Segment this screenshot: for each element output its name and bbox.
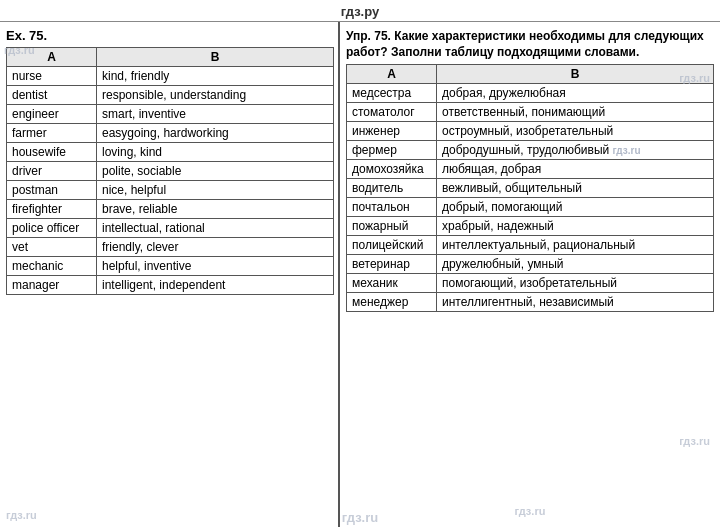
- right-watermark2: гдз.ru: [679, 435, 710, 447]
- right-table-row: ветеринардружелюбный, умный: [347, 255, 714, 274]
- right-watermark3: гдз.ru: [515, 505, 546, 517]
- right-table-row: фермердобродушный, трудолюбивый гдз.ru: [347, 141, 714, 160]
- left-table-row: farmereasygoing, hardworking: [7, 124, 334, 143]
- left-cell-a: manager: [7, 276, 97, 295]
- left-cell-a: firefighter: [7, 200, 97, 219]
- right-table-row: пожарныйхрабрый, надежный: [347, 217, 714, 236]
- right-cell-a: водитель: [347, 179, 437, 198]
- left-table-row: mechanichelpful, inventive: [7, 257, 334, 276]
- left-cell-b: smart, inventive: [97, 105, 334, 124]
- right-cell-b: ответственный, понимающий: [437, 103, 714, 122]
- right-panel: Упр. 75. Какие характеристики необходимы…: [340, 22, 720, 527]
- right-table-row: менеджеринтеллигентный, независимый: [347, 293, 714, 312]
- left-table-row: firefighterbrave, reliable: [7, 200, 334, 219]
- left-cell-b: polite, sociable: [97, 162, 334, 181]
- right-table-row: медсестрадобрая, дружелюбная: [347, 84, 714, 103]
- left-watermark: гдз.ru: [4, 44, 35, 56]
- right-cell-a: механик: [347, 274, 437, 293]
- left-cell-b: brave, reliable: [97, 200, 334, 219]
- right-cell-b: вежливый, общительный: [437, 179, 714, 198]
- left-cell-a: vet: [7, 238, 97, 257]
- left-cell-b: loving, kind: [97, 143, 334, 162]
- left-cell-b: kind, friendly: [97, 67, 334, 86]
- right-cell-b: интеллектуальный, рациональный: [437, 236, 714, 255]
- right-cell-b: интеллигентный, независимый: [437, 293, 714, 312]
- right-cell-a: медсестра: [347, 84, 437, 103]
- right-table-row: домохозяйкалюбящая, добрая: [347, 160, 714, 179]
- right-table-row: инженеростроумный, изобретательный: [347, 122, 714, 141]
- right-cell-b: любящая, добрая: [437, 160, 714, 179]
- left-table-row: dentistresponsible, understanding: [7, 86, 334, 105]
- left-cell-b: intellectual, rational: [97, 219, 334, 238]
- left-cell-b: responsible, understanding: [97, 86, 334, 105]
- left-cell-b: helpful, inventive: [97, 257, 334, 276]
- left-cell-a: postman: [7, 181, 97, 200]
- exercise-title: Ex. 75.: [6, 28, 334, 43]
- right-watermark1: гдз.ru: [679, 72, 710, 84]
- right-table-row: механикпомогающий, изобретательный: [347, 274, 714, 293]
- right-cell-b: помогающий, изобретательный: [437, 274, 714, 293]
- right-cell-b: добродушный, трудолюбивый гдз.ru: [437, 141, 714, 160]
- left-cell-a: driver: [7, 162, 97, 181]
- right-table: А В медсестрадобрая, дружелюбнаястоматол…: [346, 64, 714, 312]
- left-table-row: engineersmart, inventive: [7, 105, 334, 124]
- left-table-row: housewifeloving, kind: [7, 143, 334, 162]
- right-cell-a: полицейский: [347, 236, 437, 255]
- page-header: гдз.ру: [0, 0, 720, 22]
- right-table-row: почтальондобрый, помогающий: [347, 198, 714, 217]
- right-cell-b: дружелюбный, умный: [437, 255, 714, 274]
- right-cell-a: пожарный: [347, 217, 437, 236]
- left-col-b-header: B: [97, 48, 334, 67]
- left-cell-b: easygoing, hardworking: [97, 124, 334, 143]
- right-col-b-header: В: [437, 65, 714, 84]
- right-cell-a: фермер: [347, 141, 437, 160]
- right-table-row: водительвежливый, общительный: [347, 179, 714, 198]
- left-table-row: police officerintellectual, rational: [7, 219, 334, 238]
- left-table: A B nursekind, friendlydentistresponsibl…: [6, 47, 334, 295]
- left-table-row: postmannice, helpful: [7, 181, 334, 200]
- right-cell-b: добрая, дружелюбная: [437, 84, 714, 103]
- left-bottom-watermark: гдз.ru: [6, 509, 37, 521]
- left-cell-a: police officer: [7, 219, 97, 238]
- left-cell-a: nurse: [7, 67, 97, 86]
- header-title: гдз.ру: [341, 4, 379, 19]
- right-cell-b: храбрый, надежный: [437, 217, 714, 236]
- left-cell-a: engineer: [7, 105, 97, 124]
- right-table-row: полицейскийинтеллектуальный, рациональны…: [347, 236, 714, 255]
- right-cell-b: добрый, помогающий: [437, 198, 714, 217]
- right-cell-a: ветеринар: [347, 255, 437, 274]
- left-cell-a: mechanic: [7, 257, 97, 276]
- left-table-row: driverpolite, sociable: [7, 162, 334, 181]
- right-cell-b: остроумный, изобретательный: [437, 122, 714, 141]
- left-cell-b: intelligent, independent: [97, 276, 334, 295]
- right-cell-a: почтальон: [347, 198, 437, 217]
- left-cell-a: dentist: [7, 86, 97, 105]
- left-cell-a: farmer: [7, 124, 97, 143]
- left-table-row: managerintelligent, independent: [7, 276, 334, 295]
- left-cell-b: friendly, clever: [97, 238, 334, 257]
- left-cell-b: nice, helpful: [97, 181, 334, 200]
- main-container: Ex. 75. гдз.ru A B nursekind, friendlyde…: [0, 22, 720, 527]
- right-col-a-header: А: [347, 65, 437, 84]
- left-table-row: vetfriendly, clever: [7, 238, 334, 257]
- right-title: Упр. 75. Какие характеристики необходимы…: [346, 28, 714, 60]
- right-cell-a: домохозяйка: [347, 160, 437, 179]
- right-cell-a: инженер: [347, 122, 437, 141]
- left-panel: Ex. 75. гдз.ru A B nursekind, friendlyde…: [0, 22, 340, 527]
- right-cell-a: менеджер: [347, 293, 437, 312]
- right-table-row: стоматологответственный, понимающий: [347, 103, 714, 122]
- left-cell-a: housewife: [7, 143, 97, 162]
- bottom-watermark: гдз.ru: [342, 510, 378, 525]
- left-table-row: nursekind, friendly: [7, 67, 334, 86]
- right-cell-a: стоматолог: [347, 103, 437, 122]
- inline-watermark: гдз.ru: [613, 145, 641, 156]
